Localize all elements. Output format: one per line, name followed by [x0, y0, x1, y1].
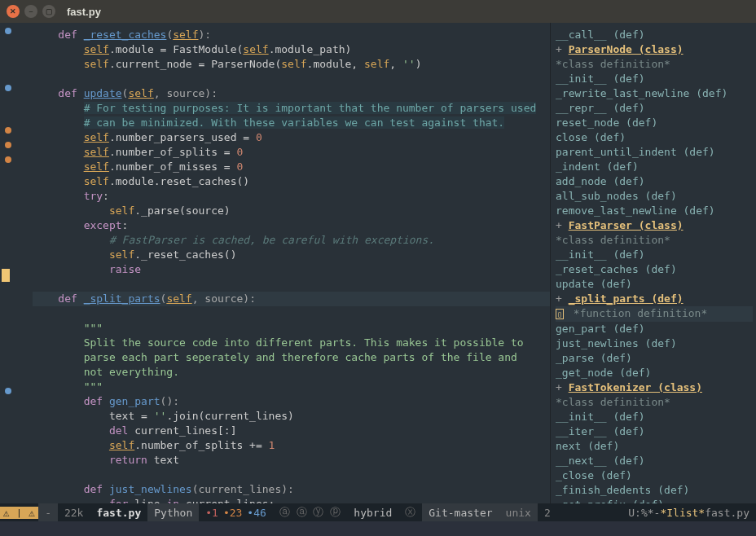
list-item[interactable]: + _split_parts (def) — [556, 292, 753, 306]
list-item[interactable]: gen_part (def) — [556, 322, 753, 336]
code-line: def _reset_caches(self): — [33, 29, 211, 41]
lang-mode[interactable]: Python — [147, 503, 199, 521]
code-line: self._parse(source) — [33, 204, 231, 217]
code-line: # can be minimized. With these variables… — [33, 116, 504, 129]
code-line: # For testing purposes: It is important … — [33, 102, 536, 114]
list-item[interactable]: parent_until_indent (def) — [556, 145, 753, 160]
list-item[interactable]: just_newlines (def) — [556, 336, 753, 351]
list-item[interactable]: update (def) — [556, 277, 753, 292]
file-name: fast.py — [90, 503, 147, 521]
list-item-current[interactable]: ▯ *function definition* — [556, 306, 753, 322]
cursor-mark-icon: ▯ — [556, 309, 564, 319]
code-line: def gen_part(): — [33, 395, 179, 407]
right-status: U:%*- *Ilist* fast.py — [622, 503, 756, 521]
list-item[interactable]: _get_node (def) — [556, 366, 753, 380]
code-line: parse each part seperately and therefore… — [33, 351, 517, 363]
hybrid-mode: hybrid — [347, 503, 398, 521]
code-line: Split the source code into different par… — [33, 336, 524, 349]
editor-window: ✕ – ▢ fast.py def _reset_caches(self): s… — [0, 0, 756, 536]
list-item[interactable]: *class definition* — [556, 395, 753, 410]
close-icon[interactable]: ✕ — [7, 5, 20, 18]
list-item[interactable]: reset_node (def) — [556, 116, 753, 130]
code-line: self._reset_caches() — [33, 248, 236, 261]
list-item[interactable]: _reset_caches (def) — [556, 262, 753, 277]
lint-counts: •1 •23 •46 — [199, 503, 273, 521]
list-item[interactable]: __repr__ (def) — [556, 101, 753, 116]
code-line: text = ''.join(current_lines) — [33, 410, 294, 422]
list-item[interactable]: + FastParser (class) — [556, 218, 753, 233]
flycheck-warn[interactable]: ⚠ ❘ ⚠ — [0, 507, 38, 519]
position: 2 — [538, 503, 557, 521]
list-item[interactable]: __iter__ (def) — [556, 424, 753, 439]
fringe — [0, 23, 16, 503]
code-line: for line in current_lines: — [33, 498, 275, 503]
list-item[interactable]: next (def) — [556, 439, 753, 454]
code-line: self.module = FastModule(self.module_pat… — [33, 43, 351, 55]
code-line: def just_newlines(current_lines): — [33, 483, 294, 495]
list-item[interactable]: _parse (def) — [556, 351, 753, 366]
list-item[interactable]: __init__ (def) — [556, 72, 753, 86]
code-area[interactable]: def _reset_caches(self): self.module = F… — [16, 23, 550, 503]
code-line: # FastParser is cached, be careful with … — [33, 234, 434, 246]
split-container: def _reset_caches(self): self.module = F… — [0, 23, 756, 503]
encoding: unix — [499, 503, 538, 521]
minor-modes: ⓐ ⓐ ⓨ ⓟ — [273, 503, 347, 521]
list-item[interactable]: + FastTokenizer (class) — [556, 380, 753, 395]
code-line: self.module.reset_caches() — [33, 175, 249, 187]
minibuffer[interactable] — [0, 521, 756, 536]
statusbar: ⚠ ❘ ⚠ - 22k fast.py Python •1 •23 •46 ⓐ … — [0, 503, 756, 521]
code-line: """ — [33, 380, 103, 393]
file-size: 22k — [58, 503, 90, 521]
maximize-icon[interactable]: ▢ — [42, 5, 55, 18]
code-line: try: — [33, 190, 109, 202]
code-line: return text — [33, 454, 179, 466]
list-item[interactable]: _close (def) — [556, 468, 753, 483]
list-item[interactable]: _indent (def) — [556, 160, 753, 174]
list-item[interactable]: *class definition* — [556, 233, 753, 248]
x-icon: ⓧ — [398, 503, 422, 521]
code-line-current: def _split_parts(self, source): — [33, 292, 550, 306]
list-item[interactable]: __init__ (def) — [556, 410, 753, 424]
dash: - — [38, 503, 58, 521]
code-line: self.number_of_splits = 0 — [33, 146, 243, 158]
list-item[interactable]: + ParserNode (class) — [556, 42, 753, 57]
code-line: not everything. — [33, 366, 179, 378]
code-line: self.number_parsers_used = 0 — [33, 131, 262, 143]
code-line: self.number_of_splits += 1 — [33, 439, 275, 451]
code-line: self.current_node = ParserNode(self.modu… — [33, 58, 421, 70]
list-item[interactable]: *class definition* — [556, 57, 753, 72]
list-item[interactable]: _rewrite_last_newline (def) — [556, 86, 753, 101]
code-editor[interactable]: def _reset_caches(self): self.module = F… — [0, 23, 550, 503]
list-item[interactable]: _get_prefix (def) — [556, 498, 753, 503]
list-item[interactable]: add_node (def) — [556, 174, 753, 189]
minimize-icon[interactable]: – — [24, 5, 37, 18]
vc-branch[interactable]: Git-master — [422, 503, 499, 521]
titlebar[interactable]: ✕ – ▢ fast.py — [0, 0, 756, 23]
code-line: del current_lines[:] — [33, 424, 236, 437]
window-title: fast.py — [67, 6, 101, 18]
list-item[interactable]: all_sub_nodes (def) — [556, 189, 753, 204]
code-line: """ — [33, 322, 103, 334]
code-line: raise — [33, 263, 141, 275]
list-item[interactable]: __next__ (def) — [556, 454, 753, 468]
list-item[interactable]: __init__ (def) — [556, 248, 753, 262]
list-item[interactable]: remove_last_newline (def) — [556, 204, 753, 218]
code-line: def update(self, source): — [33, 87, 218, 99]
code-line: self.number_of_misses = 0 — [33, 160, 243, 173]
list-item[interactable]: close (def) — [556, 130, 753, 145]
code-line: except: — [33, 219, 128, 231]
list-item[interactable]: __call__ (def) — [556, 28, 753, 42]
list-item[interactable]: _finish_dedents (def) — [556, 483, 753, 498]
imenu-list[interactable]: __call__ (def) + ParserNode (class) *cla… — [550, 23, 756, 503]
